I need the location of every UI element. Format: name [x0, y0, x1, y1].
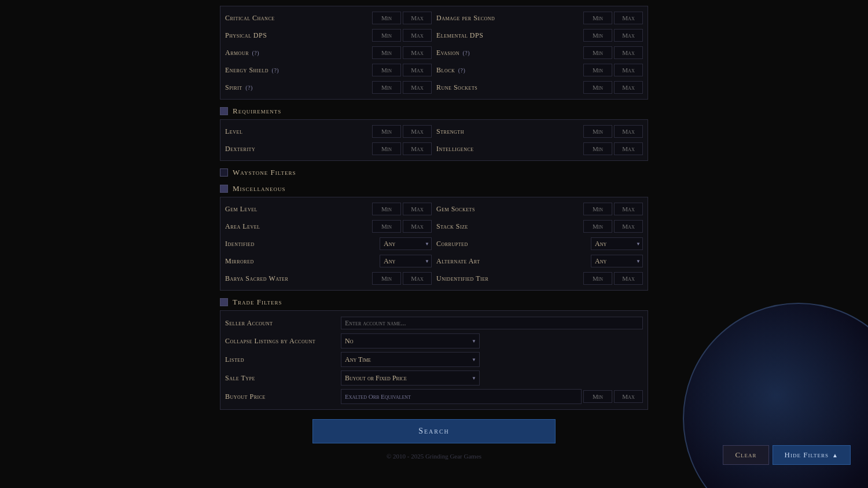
level-min[interactable] [372, 125, 401, 138]
unidentified-tier-max[interactable] [614, 272, 643, 285]
requirements-checkbox[interactable] [220, 107, 228, 115]
gem-sockets-min[interactable] [583, 203, 612, 215]
damage-per-second-label: Damage per Second [436, 14, 583, 23]
elemental-dps-row: Elemental DPS [436, 27, 643, 43]
hide-filters-button[interactable]: Hide Filters ▲ [773, 445, 851, 465]
spirit-min[interactable] [372, 81, 401, 94]
critical-chance-min[interactable] [372, 12, 401, 24]
spirit-label: Spirit (?) [225, 83, 372, 92]
elemental-dps-max[interactable] [614, 29, 643, 42]
seller-account-input[interactable] [341, 317, 643, 329]
unidentified-tier-label: Unidentified Tier [436, 274, 583, 283]
sale-type-row: Sale Type Buyout or Fixed PriceAnyPriced… [225, 369, 643, 387]
energy-shield-max[interactable] [403, 64, 432, 76]
stack-size-minmax [583, 220, 643, 233]
stack-size-label: Stack Size [436, 222, 583, 231]
collapse-listings-row: Collapse Listings by Account NoYes [225, 332, 643, 350]
barya-min[interactable] [372, 272, 401, 285]
area-level-minmax [372, 220, 432, 233]
stack-size-max[interactable] [614, 220, 643, 233]
trade-checkbox[interactable] [220, 298, 228, 306]
armour-min[interactable] [372, 46, 401, 59]
critical-chance-max[interactable] [403, 12, 432, 24]
armour-minmax [372, 46, 432, 59]
buyout-max[interactable] [614, 390, 643, 403]
level-row: Level [225, 123, 432, 140]
misc-checkbox[interactable] [220, 185, 228, 193]
mirrored-row: Mirrored AnyYesNo [225, 253, 432, 269]
physical-dps-min[interactable] [372, 29, 401, 42]
chevron-up-icon: ▲ [832, 452, 838, 458]
elemental-dps-min[interactable] [583, 29, 612, 42]
unidentified-tier-min[interactable] [583, 272, 612, 285]
dexterity-max[interactable] [403, 142, 432, 155]
evasion-min[interactable] [583, 46, 612, 59]
damage-per-second-min[interactable] [583, 12, 612, 24]
stack-size-min[interactable] [583, 220, 612, 233]
armour-row: Armour (?) [225, 45, 432, 61]
strength-max[interactable] [614, 125, 643, 138]
physical-dps-minmax [372, 29, 432, 42]
clear-button[interactable]: Clear [723, 445, 768, 465]
corrupted-select-wrapper: AnyYesNo [591, 237, 643, 250]
listed-select[interactable]: Any Time1 day3 days1 week [341, 352, 480, 367]
physical-dps-row: Physical DPS [225, 27, 432, 43]
rune-sockets-max[interactable] [614, 81, 643, 94]
waystone-checkbox[interactable] [220, 168, 228, 177]
rune-sockets-min[interactable] [583, 81, 612, 94]
collapse-listings-select[interactable]: NoYes [341, 333, 480, 348]
collapse-listings-select-wrapper: NoYes [341, 333, 480, 348]
strength-label: Strength [436, 127, 583, 136]
block-row: Block (?) [436, 62, 643, 78]
spirit-max[interactable] [403, 81, 432, 94]
corrupted-select[interactable]: AnyYesNo [591, 237, 643, 250]
intelligence-min[interactable] [583, 142, 612, 155]
area-level-min[interactable] [372, 220, 401, 233]
unidentified-tier-minmax [583, 272, 643, 285]
gem-sockets-label: Gem Sockets [436, 205, 583, 214]
seller-account-control [341, 317, 643, 329]
seller-account-row: Seller Account [225, 314, 643, 332]
gem-level-min[interactable] [372, 203, 401, 215]
spirit-help: (?) [245, 85, 253, 91]
intelligence-row: Intelligence [436, 141, 643, 157]
block-label: Block (?) [436, 66, 583, 75]
block-minmax [583, 64, 643, 76]
hide-filters-label: Hide Filters [785, 450, 829, 460]
barya-max[interactable] [403, 272, 432, 285]
gem-sockets-max[interactable] [614, 203, 643, 215]
block-max[interactable] [614, 64, 643, 76]
intelligence-max[interactable] [614, 142, 643, 155]
gem-sockets-minmax [583, 203, 643, 215]
gem-level-minmax [372, 203, 432, 215]
block-min[interactable] [583, 64, 612, 76]
mirrored-select[interactable]: AnyYesNo [380, 255, 432, 267]
gem-level-label: Gem Level [225, 205, 372, 214]
damage-per-second-max[interactable] [614, 12, 643, 24]
search-button[interactable]: Search [312, 419, 556, 443]
strength-min[interactable] [583, 125, 612, 138]
dexterity-min[interactable] [372, 142, 401, 155]
dexterity-label: Dexterity [225, 145, 372, 153]
buyout-controls: Exalted Orb Equivalent [341, 389, 643, 404]
level-max[interactable] [403, 125, 432, 138]
buyout-min[interactable] [583, 390, 612, 403]
barya-row: Barya Sacred Water [225, 270, 432, 287]
gem-level-max[interactable] [403, 203, 432, 215]
area-level-max[interactable] [403, 220, 432, 233]
barya-label: Barya Sacred Water [225, 274, 372, 283]
listed-row: Listed Any Time1 day3 days1 week [225, 350, 643, 369]
physical-dps-max[interactable] [403, 29, 432, 42]
alternate-art-select[interactable]: AnyYesNo [591, 255, 643, 267]
armour-max[interactable] [403, 46, 432, 59]
sale-type-select[interactable]: Buyout or Fixed PriceAnyPricedUnpriced [341, 370, 480, 386]
evasion-row: Evasion (?) [436, 45, 643, 61]
energy-shield-label: Energy Shield (?) [225, 66, 372, 75]
dexterity-minmax [372, 142, 432, 155]
requirements-filter-grid: Level Strength Dexterity Intelligence [220, 119, 648, 161]
area-level-label: Area Level [225, 222, 372, 231]
evasion-max[interactable] [614, 46, 643, 59]
elemental-dps-minmax [583, 29, 643, 42]
energy-shield-min[interactable] [372, 64, 401, 76]
identified-select[interactable]: AnyYesNo [380, 237, 432, 250]
